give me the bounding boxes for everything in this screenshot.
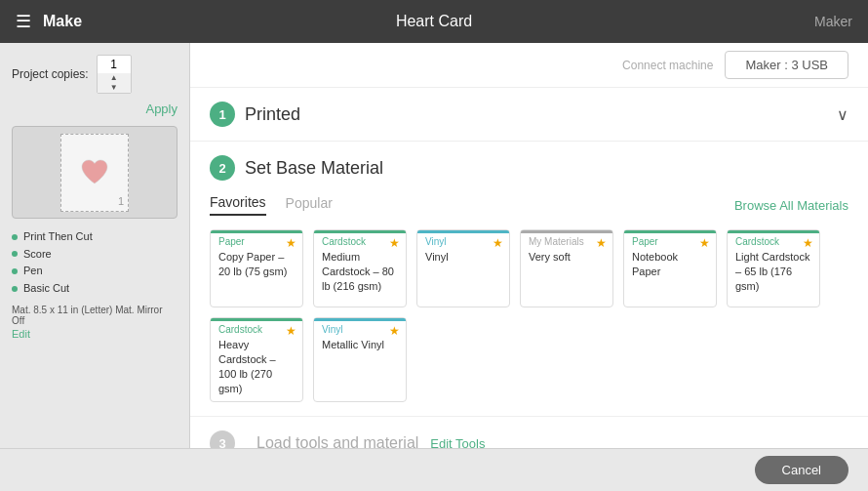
card-category: Vinyl xyxy=(425,236,501,247)
machine-button[interactable]: Maker : 3 USB xyxy=(725,51,848,79)
mat-preview-inner: 1 xyxy=(60,134,129,212)
card-name: Notebook Paper xyxy=(632,250,708,279)
section3-number: 3 xyxy=(210,430,235,448)
section-load-tools: 3 Load tools and material Edit Tools xyxy=(190,417,868,448)
card-name: Metallic Vinyl xyxy=(322,338,398,352)
material-card-metallic-vinyl[interactable]: Vinyl Metallic Vinyl ★ xyxy=(313,317,407,402)
section3-title: Load tools and material xyxy=(256,434,418,448)
edit-link[interactable]: Edit xyxy=(12,328,178,340)
card-category: Cardstock xyxy=(218,324,295,335)
section2-header: 2 Set Base Material xyxy=(210,155,848,181)
section1-title: Printed xyxy=(245,104,300,125)
section2-number: 2 xyxy=(210,155,235,181)
content: Connect machine Maker : 3 USB 1 Printed … xyxy=(190,43,868,448)
chevron-down-icon[interactable]: ∨ xyxy=(837,105,848,124)
card-category: Cardstock xyxy=(735,236,811,247)
material-card-medium-cardstock[interactable]: Cardstock Medium Cardstock – 80 lb (216 … xyxy=(313,229,407,307)
project-copies-label: Project copies: xyxy=(12,67,89,81)
card-name: Copy Paper – 20 lb (75 gsm) xyxy=(218,250,295,279)
star-icon[interactable]: ★ xyxy=(596,236,607,250)
card-category: My Materials xyxy=(529,236,605,247)
maker-label: Maker xyxy=(814,14,852,29)
material-card-heavy-cardstock[interactable]: Cardstock Heavy Cardstock – 100 lb (270 … xyxy=(210,317,303,402)
material-card-notebook-paper[interactable]: Paper Notebook Paper ★ xyxy=(623,229,717,307)
card-category: Paper xyxy=(632,236,708,247)
make-label: Make xyxy=(43,13,82,30)
copies-down-arrow[interactable]: ▼ xyxy=(98,83,131,93)
card-name: Very soft xyxy=(529,250,605,265)
heart-graphic xyxy=(80,159,109,186)
edit-tools-link[interactable]: Edit Tools xyxy=(430,436,485,448)
connect-bar: Connect machine Maker : 3 USB xyxy=(190,43,868,88)
header: ☰ Make Heart Card Maker xyxy=(0,0,868,43)
footer: Cancel xyxy=(0,448,868,491)
op-print-then-cut: Print Then Cut xyxy=(12,228,178,246)
card-name: Vinyl xyxy=(425,250,501,265)
material-card-light-cardstock[interactable]: Cardstock Light Cardstock – 65 lb (176 g… xyxy=(727,229,820,307)
op-basic-cut: Basic Cut xyxy=(12,280,178,298)
material-card-copy-paper[interactable]: Paper Copy Paper – 20 lb (75 gsm) ★ xyxy=(210,229,303,307)
sidebar: Project copies: ▲ ▼ Apply 1 Print Then C… xyxy=(0,43,190,448)
mat-info: Mat. 8.5 x 11 in (Letter) Mat. Mirror Of… xyxy=(12,305,178,326)
connect-label: Connect machine xyxy=(622,59,713,72)
card-name: Light Cardstock – 65 lb (176 gsm) xyxy=(735,250,811,294)
card-name: Heavy Cardstock – 100 lb (270 gsm) xyxy=(218,338,295,395)
mat-operations: Print Then Cut Score Pen Basic Cut xyxy=(12,228,178,297)
card-category: Vinyl xyxy=(322,324,398,335)
copies-arrows: ▲ ▼ xyxy=(98,73,131,93)
project-copies-row: Project copies: ▲ ▼ xyxy=(12,55,178,94)
star-icon[interactable]: ★ xyxy=(389,324,400,338)
mat-number: 1 xyxy=(118,195,124,207)
card-name: Medium Cardstock – 80 lb (216 gsm) xyxy=(322,250,398,294)
op-pen: Pen xyxy=(12,263,178,280)
main-layout: Project copies: ▲ ▼ Apply 1 Print Then C… xyxy=(0,43,868,448)
card-category: Cardstock xyxy=(322,236,398,247)
section-printed-header: 1 Printed ∨ xyxy=(210,102,848,127)
card-category: Paper xyxy=(218,236,295,247)
section-printed: 1 Printed ∨ xyxy=(190,88,868,142)
copies-input[interactable] xyxy=(98,56,131,73)
tab-favorites[interactable]: Favorites xyxy=(210,194,266,216)
copies-up-arrow[interactable]: ▲ xyxy=(98,73,131,83)
star-icon[interactable]: ★ xyxy=(286,236,296,250)
copies-input-wrapper: ▲ ▼ xyxy=(97,55,132,94)
menu-icon[interactable]: ☰ xyxy=(16,11,31,32)
op-score: Score xyxy=(12,246,178,264)
mat-preview: 1 xyxy=(12,126,178,219)
material-tabs: Favorites Popular Browse All Materials xyxy=(210,194,848,216)
star-icon[interactable]: ★ xyxy=(389,236,400,250)
material-card-vinyl[interactable]: Vinyl Vinyl ★ xyxy=(416,229,510,307)
section2-title: Set Base Material xyxy=(245,158,383,179)
star-icon[interactable]: ★ xyxy=(286,324,296,338)
material-card-very-soft[interactable]: My Materials Very soft ★ xyxy=(520,229,613,307)
cancel-button[interactable]: Cancel xyxy=(755,456,848,484)
browse-all-materials[interactable]: Browse All Materials xyxy=(734,198,848,213)
star-icon[interactable]: ★ xyxy=(699,236,710,250)
tab-popular[interactable]: Popular xyxy=(286,195,333,215)
section-base-material: 2 Set Base Material Favorites Popular Br… xyxy=(190,142,868,417)
page-title: Heart Card xyxy=(396,13,472,30)
star-icon[interactable]: ★ xyxy=(493,236,503,250)
star-icon[interactable]: ★ xyxy=(803,236,813,250)
materials-grid: Paper Copy Paper – 20 lb (75 gsm) ★ Card… xyxy=(210,229,848,402)
section1-number: 1 xyxy=(210,102,235,127)
apply-button[interactable]: Apply xyxy=(12,102,178,116)
